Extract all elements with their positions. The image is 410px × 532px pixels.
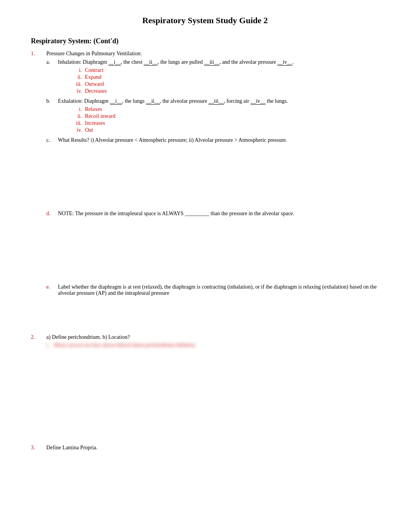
list-item-3: 3. Define Lamina Propria.: [31, 445, 379, 452]
roman-val: Decreases: [85, 88, 379, 94]
roman-val: Outward: [85, 81, 379, 87]
roman-num: iii.: [69, 120, 85, 126]
blank-a-iii: __iii__: [204, 59, 220, 66]
item-number-2: 2.: [31, 334, 46, 348]
alpha-list-2: d. NOTE: The pressure in the intrapleura…: [46, 211, 379, 217]
roman-num: i.: [69, 106, 85, 112]
roman-item: iii. Increases: [69, 120, 379, 126]
list-item-2: 2. a) Define perichondrium. b) Location?…: [31, 334, 379, 348]
roman-val: Increases: [85, 120, 379, 126]
list-item: 1. Pressure Changes in Pulmonary Ventila…: [31, 51, 379, 299]
alpha-letter-d: d.: [46, 211, 58, 217]
roman-item: i. Contract: [69, 67, 379, 73]
exhalation-text: Exhalation: Diaphragm __i__, the lungs _…: [58, 98, 379, 105]
item-content-3: Define Lamina Propria.: [46, 445, 379, 452]
blank-b-i: __i__: [110, 98, 122, 105]
alpha-letter-e: e.: [46, 284, 58, 296]
blurred-answer: i. Blurry answer text here shown blurred…: [46, 342, 379, 348]
alpha-list-3: e. Label whether the diaphragm is at res…: [46, 284, 379, 296]
blank-b-iii: __iii__: [208, 98, 224, 105]
alpha-item-e: e. Label whether the diaphragm is at res…: [46, 284, 379, 296]
alpha-list: a. Inhalation: Diaphragm __i__, the ches…: [46, 59, 379, 143]
item-number: 1.: [31, 51, 46, 299]
alpha-content-c: What Results? i) Alveolar pressure < Atm…: [58, 137, 379, 143]
roman-item: iv. Decreases: [69, 88, 379, 94]
roman-num: iv.: [69, 127, 85, 133]
page-title: Respiratory System Study Guide 2: [31, 15, 379, 25]
alpha-item-d: d. NOTE: The pressure in the intrapleura…: [46, 211, 379, 217]
item-content: Pressure Changes in Pulmonary Ventilatio…: [46, 51, 379, 299]
alpha-item-c: c. What Results? i) Alveolar pressure < …: [46, 137, 379, 143]
alpha-letter-b: b.: [46, 98, 58, 134]
roman-val: Contract: [85, 67, 379, 73]
blank-a-i: __i__: [108, 59, 121, 66]
alpha-letter-c: c.: [46, 137, 58, 143]
roman-item: iv. Out: [69, 127, 379, 133]
roman-val: Expand: [85, 74, 379, 80]
roman-num: ii.: [69, 74, 85, 80]
roman-item: ii. Recoil inward: [69, 113, 379, 119]
roman-item: i. Relaxes: [69, 106, 379, 112]
alpha-content-a: Inhalation: Diaphragm __i__, the chest _…: [58, 59, 379, 95]
roman-num: ii.: [69, 113, 85, 119]
blank-a-ii: __ii__: [144, 59, 158, 66]
main-list: 1. Pressure Changes in Pulmonary Ventila…: [31, 51, 379, 452]
item-content-2: a) Define perichondrium. b) Location? i.…: [46, 334, 379, 348]
alpha-content-b: Exhalation: Diaphragm __i__, the lungs _…: [58, 98, 379, 134]
alpha-item-b: b. Exhalation: Diaphragm __i__, the lung…: [46, 98, 379, 134]
item-number-3: 3.: [31, 445, 46, 452]
item-label: Pressure Changes in Pulmonary Ventilatio…: [46, 51, 379, 57]
blank-b-ii: __ii__: [146, 98, 160, 105]
inhalation-text: Inhalation: Diaphragm __i__, the chest _…: [58, 59, 379, 66]
roman-item: ii. Expand: [69, 74, 379, 80]
roman-item: iii. Outward: [69, 81, 379, 87]
roman-val: Relaxes: [85, 106, 379, 112]
blank-b-iv: __iv__: [251, 98, 266, 105]
section-title: Respiratory System: (Cont'd): [31, 37, 379, 45]
roman-num: i.: [69, 67, 85, 73]
q3-label: Define Lamina Propria.: [46, 445, 379, 451]
roman-val: Recoil inward: [85, 113, 379, 119]
roman-val: Out: [85, 127, 379, 133]
results-text: What Results? i) Alveolar pressure < Atm…: [58, 137, 379, 143]
alpha-content-e: Label whether the diaphragm is at rest (…: [58, 284, 379, 296]
roman-num: iii.: [69, 81, 85, 87]
roman-num: iv.: [69, 88, 85, 94]
label-text: Label whether the diaphragm is at rest (…: [58, 284, 379, 296]
roman-list-b: i. Relaxes ii. Recoil inward iii. Increa…: [69, 106, 379, 133]
alpha-letter-a: a.: [46, 59, 58, 95]
alpha-content-d: NOTE: The pressure in the intrapleural s…: [58, 211, 379, 217]
blank-a-iv: __iv__: [277, 59, 292, 66]
alpha-item-a: a. Inhalation: Diaphragm __i__, the ches…: [46, 59, 379, 95]
roman-list-a: i. Contract ii. Expand iii. Outward: [69, 67, 379, 94]
note-text: NOTE: The pressure in the intrapleural s…: [58, 211, 379, 217]
q2-label: a) Define perichondrium. b) Location?: [46, 334, 379, 340]
